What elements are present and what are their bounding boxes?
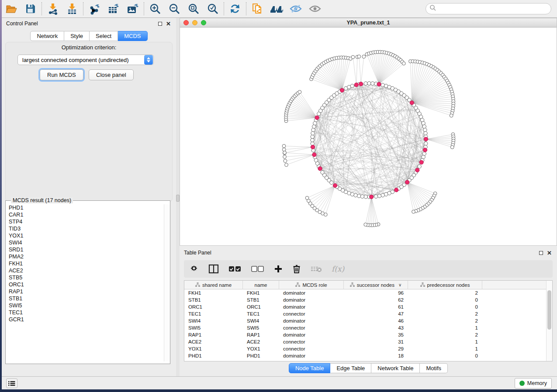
hide-graphics-button[interactable] — [286, 1, 305, 17]
network-node[interactable] — [381, 193, 384, 197]
memory-button[interactable]: Memory — [515, 378, 552, 389]
table-cell[interactable]: 1 — [408, 339, 482, 344]
zoom-selected-button[interactable] — [203, 1, 222, 17]
network-node[interactable] — [424, 142, 428, 145]
copy-style-button[interactable] — [248, 1, 267, 17]
table-cell[interactable]: 31 — [344, 339, 408, 344]
network-node[interactable] — [360, 195, 364, 198]
tab-edge-table[interactable]: Edge Table — [330, 363, 371, 373]
table-cell[interactable]: PHD1 — [184, 353, 243, 358]
table-cell[interactable]: 18 — [344, 353, 408, 358]
network-node[interactable] — [423, 128, 427, 131]
network-node[interactable] — [422, 125, 426, 128]
table-cell[interactable]: 1 — [408, 325, 482, 330]
mcds-hub-node[interactable] — [370, 195, 374, 199]
table-cell[interactable]: TEC1 — [184, 311, 243, 316]
table-cell[interactable]: SWI5 — [184, 325, 243, 330]
float-panel-icon[interactable] — [539, 251, 543, 255]
network-node[interactable] — [283, 151, 287, 155]
save-session-button[interactable] — [21, 1, 40, 17]
mcds-hub-node[interactable] — [333, 183, 337, 187]
network-node[interactable] — [311, 128, 315, 131]
add-column-button[interactable] — [274, 265, 283, 273]
select-all-button[interactable] — [228, 265, 242, 272]
table-cell[interactable]: dominator — [279, 318, 344, 323]
table-cell[interactable]: SWI5 — [243, 325, 279, 330]
table-settings-button[interactable] — [189, 264, 199, 274]
network-node[interactable] — [311, 131, 315, 135]
export-table-button[interactable] — [104, 1, 123, 17]
table-cell[interactable]: 62 — [344, 297, 408, 303]
table-row[interactable]: ORC1ORC1dominator610 — [184, 303, 546, 310]
open-file-button[interactable] — [2, 1, 21, 17]
table-cell[interactable]: YOX1 — [184, 346, 243, 351]
mcds-hub-node[interactable] — [312, 153, 316, 157]
table-row[interactable]: TEC1TEC1connector472 — [184, 310, 546, 317]
tab-mcds[interactable]: MCDS — [118, 31, 147, 41]
tab-style[interactable]: Style — [64, 31, 90, 41]
table-cell[interactable]: FKH1 — [243, 290, 279, 296]
table-cell[interactable]: 96 — [344, 290, 408, 296]
table-cell[interactable]: dominator — [279, 304, 344, 309]
panel-splitter[interactable] — [176, 18, 180, 376]
zoom-fit-button[interactable] — [184, 1, 203, 17]
table-cell[interactable]: ACE2 — [184, 339, 243, 344]
table-cell[interactable]: PHD1 — [243, 353, 279, 358]
network-node[interactable] — [282, 144, 286, 148]
table-cell[interactable]: 2 — [408, 318, 482, 323]
zoom-in-button[interactable] — [145, 1, 165, 17]
mcds-hub-node[interactable] — [423, 148, 427, 152]
network-window-titlebar[interactable]: YPA_prune.txt_1 — [180, 18, 557, 28]
table-scrollbar[interactable] — [546, 281, 552, 361]
table-cell[interactable]: RAP1 — [184, 332, 243, 337]
table-cell[interactable]: ACE2 — [243, 339, 279, 344]
network-node[interactable] — [377, 194, 381, 198]
table-row[interactable]: FKH1FKH1dominator962 — [184, 289, 546, 296]
mcds-hub-node[interactable] — [340, 88, 344, 92]
float-panel-icon[interactable] — [158, 22, 162, 26]
network-node[interactable] — [305, 196, 309, 200]
search-input[interactable] — [436, 6, 551, 12]
network-node[interactable] — [350, 84, 354, 88]
network-node[interactable] — [424, 131, 427, 135]
network-node[interactable] — [418, 165, 421, 168]
table-cell[interactable]: connector — [279, 339, 344, 344]
table-row[interactable]: SWI4SWI4dominator462 — [184, 317, 546, 324]
table-cell[interactable]: 35 — [344, 332, 408, 337]
mcds-hub-node[interactable] — [410, 101, 414, 105]
zoom-out-button[interactable] — [165, 1, 184, 17]
mcds-hub-node[interactable] — [419, 160, 423, 164]
optimization-criterion-select[interactable]: largest connected component (undirected) — [17, 55, 154, 65]
network-node[interactable] — [412, 210, 415, 213]
table-cell[interactable]: connector — [279, 311, 344, 316]
table-cell[interactable]: 46 — [344, 318, 408, 323]
mcds-hub-node[interactable] — [377, 82, 381, 86]
network-node[interactable] — [311, 138, 314, 142]
network-node[interactable] — [364, 82, 367, 85]
mcds-result-list[interactable]: PHD1 CAR1 STP4 TID3 YOX1 SWI4 SRD1 PMA2 … — [6, 204, 164, 361]
column-header-name[interactable]: name — [243, 281, 279, 289]
table-cell[interactable]: 0 — [408, 304, 482, 309]
mcds-hub-node[interactable] — [394, 188, 398, 192]
table-row[interactable]: SWI5SWI5connector431 — [184, 324, 546, 331]
table-cell[interactable]: 61 — [344, 304, 408, 309]
table-row[interactable]: PHD1PHD1dominator180 — [184, 352, 546, 359]
refresh-view-button[interactable] — [225, 1, 245, 17]
network-node[interactable] — [364, 223, 367, 227]
scrollbar-thumb[interactable] — [547, 290, 551, 330]
network-node[interactable] — [362, 55, 366, 58]
global-search-field[interactable] — [426, 3, 551, 14]
table-cell[interactable]: connector — [279, 325, 344, 330]
table-cell[interactable]: 0 — [408, 353, 482, 358]
import-network-button[interactable] — [43, 1, 62, 17]
network-node[interactable] — [283, 155, 287, 158]
tab-network-table[interactable]: Network Table — [371, 363, 420, 373]
close-panel-icon[interactable]: ✕ — [166, 22, 171, 26]
table-cell[interactable]: dominator — [279, 290, 344, 296]
table-row[interactable]: YOX1YOX1connector291 — [184, 345, 546, 352]
network-node[interactable] — [402, 62, 405, 65]
table-cell[interactable]: dominator — [279, 353, 344, 358]
network-node[interactable] — [298, 90, 301, 94]
network-node[interactable] — [321, 171, 324, 174]
table-cell[interactable]: FKH1 — [184, 290, 243, 296]
